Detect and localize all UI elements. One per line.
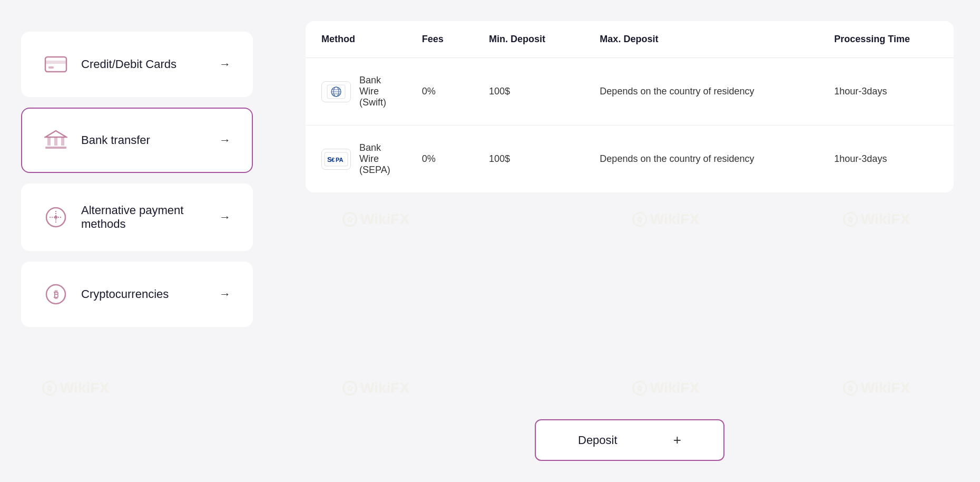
col-header-min-deposit: Min. Deposit <box>473 21 584 58</box>
sidebar-item-credit-debit-label: Credit/Debit Cards <box>81 57 207 71</box>
sepa-processing-time: 1hour-3days <box>818 126 954 193</box>
arrow-icon-alt: → <box>219 210 231 224</box>
col-header-max-deposit: Max. Deposit <box>584 21 818 58</box>
svg-text:PA: PA <box>336 157 344 163</box>
sidebar-item-credit-debit[interactable]: Credit/Debit Cards → <box>21 32 253 97</box>
svg-text:€: € <box>331 157 335 163</box>
sidebar-item-alternative-label: Alternative payment methods <box>81 204 207 231</box>
svg-rect-2 <box>48 66 54 69</box>
swift-method-name: Bank Wire (Swift) <box>359 75 390 108</box>
svg-rect-6 <box>61 137 64 146</box>
plus-icon: + <box>673 432 681 448</box>
table-header-row: Method Fees Min. Deposit Max. Deposit Pr… <box>306 21 954 58</box>
swift-processing-time: 1hour-3days <box>818 58 954 126</box>
sidebar-item-alternative[interactable]: Alternative payment methods → <box>21 184 253 251</box>
svg-rect-7 <box>45 147 66 149</box>
payment-table-container: Method Fees Min. Deposit Max. Deposit Pr… <box>306 21 954 192</box>
method-cell-inner-sepa: S € PA Bank Wire (SEPA) <box>321 142 390 176</box>
arrow-icon: → <box>219 57 231 71</box>
swift-logo <box>321 81 351 102</box>
deposit-button-row: Deposit + <box>306 398 954 461</box>
right-content: Method Fees Min. Deposit Max. Deposit Pr… <box>306 21 954 461</box>
sidebar-item-crypto[interactable]: ₿ Cryptocurrencies → <box>21 262 253 327</box>
sidebar-item-bank-transfer[interactable]: Bank transfer → <box>21 108 253 173</box>
swift-fees: 0% <box>406 58 473 126</box>
payment-table: Method Fees Min. Deposit Max. Deposit Pr… <box>306 21 954 192</box>
alternative-icon <box>43 205 68 230</box>
sidebar-item-bank-transfer-label: Bank transfer <box>81 133 207 147</box>
method-cell-swift: Bank Wire (Swift) <box>306 58 406 126</box>
col-header-processing-time: Processing Time <box>818 21 954 58</box>
method-cell-sepa: S € PA Bank Wire (SEPA) <box>306 126 406 193</box>
deposit-button[interactable]: Deposit + <box>535 419 724 461</box>
col-header-fees: Fees <box>406 21 473 58</box>
sepa-min-deposit: 100$ <box>473 126 584 193</box>
credit-card-icon <box>43 52 68 77</box>
svg-rect-4 <box>47 137 51 146</box>
sepa-logo: S € PA <box>321 149 351 170</box>
swift-min-deposit: 100$ <box>473 58 584 126</box>
swift-max-deposit: Depends on the country of residency <box>584 58 818 126</box>
svg-rect-0 <box>45 57 66 72</box>
right-panel: Method Fees Min. Deposit Max. Deposit Pr… <box>274 0 980 482</box>
sepa-max-deposit: Depends on the country of residency <box>584 126 818 193</box>
svg-rect-1 <box>45 61 66 64</box>
sepa-fees: 0% <box>406 126 473 193</box>
svg-point-11 <box>54 216 57 219</box>
svg-text:₿: ₿ <box>54 290 58 300</box>
sidebar-item-crypto-label: Cryptocurrencies <box>81 287 207 301</box>
left-sidebar: Credit/Debit Cards → Bank transfer → <box>0 0 274 482</box>
svg-marker-3 <box>45 131 66 137</box>
svg-rect-5 <box>54 137 57 146</box>
bank-icon <box>43 128 68 153</box>
deposit-button-label: Deposit <box>578 433 618 447</box>
sepa-method-name: Bank Wire (SEPA) <box>359 142 390 176</box>
method-cell-inner-swift: Bank Wire (Swift) <box>321 75 390 108</box>
col-header-method: Method <box>306 21 406 58</box>
arrow-icon-bank: → <box>219 133 231 147</box>
table-row-swift: Bank Wire (Swift) 0% 100$ Depends on the… <box>306 58 954 126</box>
arrow-icon-crypto: → <box>219 287 231 301</box>
table-row-sepa: S € PA Bank Wire (SEPA) 0% 100$ Depends … <box>306 126 954 193</box>
crypto-icon: ₿ <box>43 282 68 307</box>
